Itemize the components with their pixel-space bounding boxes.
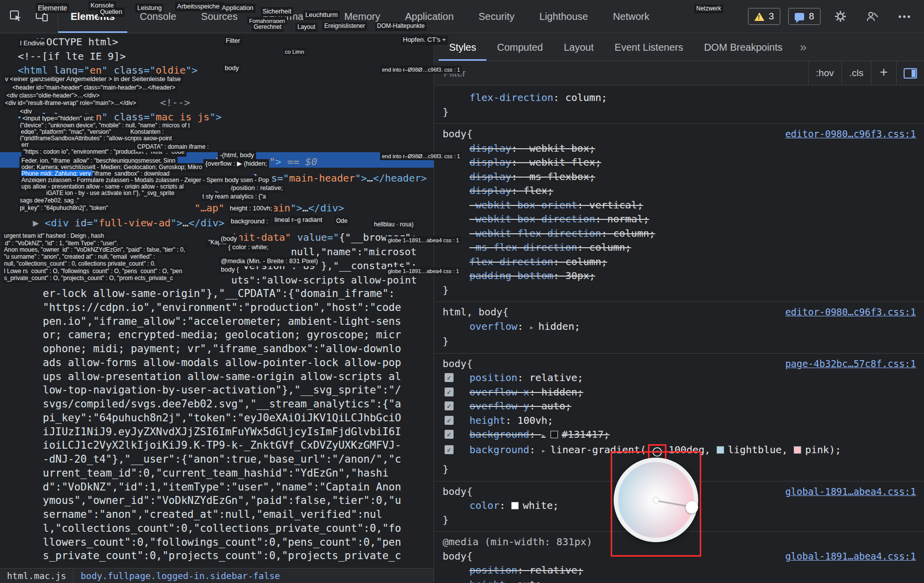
dom-attribute-text-block[interactable]: er-lock allow-same-origin"},"__CPDATA":{…	[43, 287, 401, 563]
stylesheet-link[interactable]: page-4b32bc…57c8f.css:1	[785, 357, 916, 371]
css-declaration[interactable]: ✓overflow-x: hidden;	[435, 385, 924, 399]
property-name[interactable]: display	[469, 171, 511, 183]
property-name[interactable]: flex-direction	[469, 256, 554, 268]
css-declaration[interactable]: padding-bottom: 30px;	[435, 269, 924, 283]
dom-text-line[interactable]: ads allow-forms allow-modals allow-point…	[43, 356, 401, 370]
expand-arrow-icon[interactable]: ▸	[529, 323, 534, 332]
color-swatch[interactable]	[511, 502, 519, 509]
dom-tree-line[interactable]: class="main-header">…</header>	[247, 172, 427, 185]
dom-text-line[interactable]: urrent_team_id":0,"current_team_hashid":…	[43, 467, 401, 481]
property-name[interactable]: overflow-y	[469, 400, 529, 412]
device-toolbar-icon[interactable]	[30, 4, 54, 28]
rule-selector[interactable]: body	[443, 549, 466, 564]
stylesheet-link[interactable]: global-1891…abea4.css:1	[785, 485, 916, 499]
css-declaration[interactable]: display: -webkit-box;	[435, 141, 924, 156]
element-classes-button[interactable]: .cls	[841, 61, 871, 85]
breadcrumb-html[interactable]: html.mac.js	[0, 571, 73, 581]
property-name[interactable]: display	[469, 185, 511, 196]
main-tab-sources[interactable]: Sources	[188, 0, 250, 33]
declaration-checkbox[interactable]: ✓	[445, 388, 454, 396]
dom-tree-line[interactable]: <html lang="en" class="mac is js">	[18, 110, 221, 123]
inspect-icon[interactable]	[4, 4, 28, 28]
angle-picker-dial[interactable]	[614, 458, 698, 542]
dom-text-line[interactable]: l,"collections_count":0,"collections_pri…	[43, 522, 401, 536]
css-declaration[interactable]: -webkit-box-orient: vertical;	[435, 198, 924, 212]
angle-picker-hand[interactable]	[656, 500, 692, 508]
dom-text-line[interactable]: er-lock allow-same-origin"},"__CPDATA":{…	[43, 287, 401, 301]
css-declaration[interactable]: ✓height: 100vh;	[435, 413, 924, 428]
property-name[interactable]: -ms-flex-direction	[469, 241, 577, 253]
dom-text-line[interactable]: pen.io","iframe_allow":"accelerometer; a…	[43, 315, 401, 329]
dom-tree-line[interactable]: <!DOCTYPE html>	[28, 35, 118, 48]
property-name[interactable]: height	[469, 414, 505, 426]
profile-icon[interactable]	[860, 4, 884, 28]
dom-tree-line[interactable]: init-data" value="{"__browser":	[231, 231, 417, 244]
warnings-badge[interactable]: 3	[748, 8, 781, 25]
dom-text-line[interactable]: "https://cdpn.io","environment":"product…	[43, 301, 401, 315]
property-name[interactable]: display	[469, 156, 511, 168]
main-tab-application[interactable]: Application	[392, 0, 466, 33]
property-name[interactable]: height	[469, 579, 505, 583]
sidebar-tab-event-listeners[interactable]: Event Listeners	[604, 34, 694, 61]
stylesheet-link[interactable]: editor-0980…c96f3.css:1	[785, 127, 916, 141]
css-declaration[interactable]: display: flex;	[435, 184, 924, 198]
css-declaration[interactable]: display: -webkit-flex;	[435, 155, 924, 170]
declaration-checkbox[interactable]: ✓	[445, 373, 454, 382]
property-name[interactable]: overflow	[469, 320, 517, 332]
css-declaration[interactable]: overflow: ▸hidden;	[435, 319, 924, 335]
dom-text-line[interactable]: iJIUzI1NiJ9.eyJyZXNvdXJjZSI6ImFuYWx5dGlj…	[43, 425, 401, 439]
property-name[interactable]: display	[469, 142, 511, 154]
property-name[interactable]: -webkit-box-direction	[469, 213, 595, 225]
dom-text-line[interactable]: low-top-navigation-by-user-activation"},…	[43, 384, 401, 397]
rule-selector[interactable]: body	[443, 357, 466, 371]
css-declaration[interactable]: -webkit-box-direction: normal;	[435, 212, 924, 226]
property-name[interactable]: -webkit-flex-direction	[469, 227, 601, 239]
pseudo-state-button[interactable]: :hov	[808, 61, 841, 85]
dom-tree-line[interactable]: <html lang="en" class="oldie">	[18, 64, 197, 77]
dom-text-line[interactable]: sername":"anon","created_at":null,"email…	[43, 508, 401, 522]
sidebar-tab-layout[interactable]: Layout	[554, 34, 604, 61]
property-name[interactable]: flex-direction	[469, 92, 554, 103]
dom-text-line[interactable]: or; camera; encrypted-media; geolocation…	[43, 328, 401, 342]
declaration-checkbox[interactable]: ✓	[445, 401, 454, 410]
settings-gear-icon[interactable]	[829, 4, 852, 28]
property-name[interactable]: background	[469, 428, 529, 440]
more-tabs-icon[interactable]: »	[793, 34, 814, 61]
dom-text-line[interactable]: llowers_count":0,"followings_count":0,"p…	[43, 536, 401, 550]
dom-tree-line[interactable]: <inpu	[44, 231, 74, 244]
expand-arrow-icon[interactable]: ▸	[542, 446, 546, 455]
dom-text-line[interactable]: ymous","owner_id":"VoDkNZYdEzGn","paid":…	[43, 494, 401, 508]
dom-text-line[interactable]: pi_key":"64puhuch8n2j","token":"eyJ0eXAi…	[43, 411, 401, 425]
dom-text-line[interactable]: d":"VoDkNZ","id":1,"itemType":"user","na…	[43, 481, 401, 494]
dom-text-line[interactable]: ioiLCJ1c2VyX2lkIjoiKiJ9.K-TP9-k-_ZnktGVf…	[43, 439, 401, 453]
rule-selector[interactable]: body	[443, 485, 466, 499]
styles-filter-input[interactable]	[435, 61, 808, 85]
dom-text-line[interactable]: svgs/compiled/svgs.dee7eb02.svg","__stre…	[43, 397, 401, 411]
expand-arrow-icon[interactable]: ▸	[542, 431, 546, 440]
rule-selector[interactable]: html, body	[443, 305, 502, 319]
dom-tree-line[interactable]: ▶ <div id="full-view-ad">…</div>	[33, 216, 224, 229]
declaration-checkbox[interactable]: ✓	[445, 445, 454, 454]
toggle-sidebar-button[interactable]	[896, 61, 924, 85]
property-name[interactable]: position	[469, 372, 517, 384]
main-tab-console[interactable]: Console	[127, 0, 188, 33]
property-name[interactable]: padding-bottom	[469, 270, 554, 282]
css-declaration[interactable]: ✓position: relative;	[435, 371, 924, 385]
color-swatch[interactable]	[551, 431, 558, 438]
css-declaration[interactable]: -webkit-flex-direction: column;	[435, 226, 924, 241]
dom-tree-line[interactable]: …ebar-false"> == $0	[203, 155, 317, 168]
new-style-rule-button[interactable]: +	[871, 61, 896, 85]
breadcrumb-body-selected[interactable]: body.fullpage.logged-in.sidebar-false	[74, 571, 287, 581]
sidebar-tab-computed[interactable]: Computed	[486, 34, 553, 61]
dom-text-line[interactable]: s_private_count":0,"projects_count":0,"p…	[43, 549, 401, 563]
property-name[interactable]: -webkit-box-orient	[469, 199, 577, 211]
css-declaration[interactable]: ✓background: ▸#131417;	[435, 427, 924, 443]
dom-tree-line[interactable]: <!--[if lte IE 9]>	[18, 50, 126, 63]
property-name[interactable]: overflow-x	[469, 386, 529, 398]
css-declaration[interactable]: ✓overflow-y: auto;	[435, 399, 924, 413]
declaration-checkbox[interactable]: ✓	[445, 416, 454, 425]
main-tab-memory[interactable]: Memory	[332, 0, 392, 33]
dom-tree[interactable]: er-lock allow-same-origin"},"__CPDATA":{…	[0, 34, 434, 568]
dom-tree-line[interactable]: "…ap" role="main">…</div>	[194, 201, 344, 214]
sidebar-tab-dom-breakpoints[interactable]: DOM Breakpoints	[694, 34, 793, 61]
